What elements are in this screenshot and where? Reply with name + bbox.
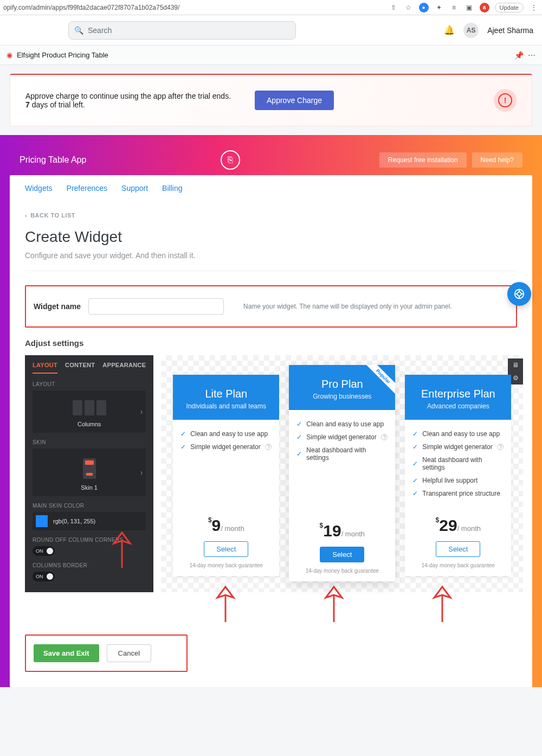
check-icon: ✓ bbox=[412, 460, 418, 467]
need-help-button[interactable]: Need help? bbox=[472, 152, 522, 168]
feature-item: ✓Simple widget generator? bbox=[412, 440, 504, 453]
shopify-header: 🔍 Search 🔔 AS Ajeet Sharma bbox=[0, 15, 542, 46]
select-plan-button[interactable]: Select bbox=[320, 547, 364, 562]
user-avatar[interactable]: AS bbox=[463, 23, 479, 38]
annotation-arrow bbox=[209, 581, 242, 625]
annotation-arrow bbox=[426, 581, 459, 625]
plan-sub: Individuals and small teams bbox=[178, 402, 274, 410]
panel-icon[interactable]: ▣ bbox=[464, 3, 474, 12]
plan-lite: Lite PlanIndividuals and small teams ✓Cl… bbox=[173, 375, 279, 576]
plan-enterprise: Enterprise PlanAdvanced companies ✓Clean… bbox=[405, 375, 511, 576]
help-chat-icon[interactable] bbox=[507, 282, 531, 306]
nav-tabs: Widgets Preferences Support Billing bbox=[10, 175, 532, 201]
guarantee-text: 14-day money back guarantee bbox=[289, 568, 395, 581]
bell-icon[interactable]: 🔔 bbox=[444, 25, 455, 35]
browser-update-button[interactable]: Update bbox=[495, 3, 524, 12]
plan-sub: Advanced companies bbox=[410, 402, 506, 410]
app-logo-icon: ◉ bbox=[7, 51, 12, 59]
skin-label: SKIN bbox=[33, 439, 146, 445]
tab-preferences[interactable]: Preferences bbox=[67, 184, 107, 193]
tab-widgets[interactable]: Widgets bbox=[25, 184, 53, 193]
guarantee-text: 14-day money back guarantee bbox=[173, 562, 279, 576]
color-label: MAIN SKIN COLOR bbox=[33, 503, 146, 509]
info-icon[interactable]: ? bbox=[381, 434, 388, 440]
pin-icon[interactable]: 📌 bbox=[514, 51, 524, 60]
round-corners-toggle[interactable]: ON bbox=[33, 546, 55, 556]
main-panel: Widgets Preferences Support Billing ‹BAC… bbox=[10, 175, 532, 687]
save-section: Save and Exit Cancel bbox=[25, 635, 188, 672]
hero-logo-icon: ⎘ bbox=[221, 150, 240, 170]
tab-support[interactable]: Support bbox=[121, 184, 148, 193]
sidebar-tab-layout[interactable]: LAYOUT bbox=[33, 362, 57, 374]
check-icon: ✓ bbox=[296, 450, 302, 458]
feature-item: ✓Simple widget generator? bbox=[296, 431, 388, 444]
skin-icon bbox=[83, 458, 96, 479]
annotation-arrow bbox=[106, 527, 138, 571]
editor: LAYOUT CONTENT APPEARANCE LAYOUT Columns… bbox=[25, 355, 517, 592]
page-subtitle: Configure and save your widget. And then… bbox=[25, 251, 517, 260]
select-plan-button[interactable]: Select bbox=[436, 541, 480, 557]
skin-option-label: Skin 1 bbox=[38, 484, 140, 491]
extension-icon[interactable]: ● bbox=[419, 3, 429, 12]
select-plan-button[interactable]: Select bbox=[204, 541, 248, 557]
layout-label: LAYOUT bbox=[33, 381, 146, 387]
feature-item: ✓Neat dashboard with settings bbox=[412, 453, 504, 474]
info-icon[interactable]: ? bbox=[265, 444, 272, 450]
desktop-icon[interactable]: 🖥 bbox=[508, 358, 523, 371]
page-title: Create Widget bbox=[25, 228, 517, 246]
alert-icon: ! bbox=[494, 89, 517, 112]
save-and-exit-button[interactable]: Save and Exit bbox=[34, 644, 99, 662]
widget-name-hint: Name your widget. The name will be displ… bbox=[243, 303, 452, 310]
plan-sub: Growing businesses bbox=[294, 393, 390, 400]
feature-item: ✓Clean and easy to use app bbox=[412, 427, 504, 440]
trial-notice: Approve charge to continue using the app… bbox=[10, 74, 532, 126]
check-icon: ✓ bbox=[412, 490, 418, 497]
columns-border-toggle[interactable]: ON bbox=[33, 572, 55, 581]
tab-billing[interactable]: Billing bbox=[162, 184, 182, 193]
divider bbox=[25, 271, 517, 271]
widget-name-section: Widget name Name your widget. The name w… bbox=[25, 285, 517, 328]
hero-title: Pricing Table App bbox=[20, 155, 86, 165]
sidebar-tab-appearance[interactable]: APPEARANCE bbox=[102, 362, 146, 374]
feature-item: ✓Clean and easy to use app bbox=[296, 418, 388, 431]
color-value: rgb(0, 131, 255) bbox=[53, 518, 95, 524]
url-text: opify.com/admin/apps/f99fda2dacae072f870… bbox=[3, 4, 179, 11]
playlist-icon[interactable]: ≡ bbox=[449, 3, 459, 12]
check-icon: ✓ bbox=[296, 420, 302, 428]
search-input[interactable]: 🔍 Search bbox=[68, 21, 296, 40]
more-icon[interactable]: ⋯ bbox=[528, 51, 535, 60]
check-icon: ✓ bbox=[296, 433, 302, 441]
chevron-left-icon: ‹ bbox=[25, 212, 27, 219]
check-icon: ✓ bbox=[412, 477, 418, 484]
check-icon: ✓ bbox=[180, 430, 186, 438]
widget-name-input[interactable] bbox=[88, 298, 224, 315]
approve-charge-button[interactable]: Approve Charge bbox=[255, 91, 334, 110]
adjust-settings-title: Adjust settings bbox=[25, 338, 517, 348]
sidebar-tab-content[interactable]: CONTENT bbox=[65, 362, 95, 374]
browser-toolbar-icons: ⇧ ☆ ● ✦ ≡ ▣ a Update ⋮ bbox=[389, 3, 539, 12]
puzzle-icon[interactable]: ✦ bbox=[434, 3, 444, 12]
layout-option-label: Columns bbox=[38, 421, 140, 427]
search-icon: 🔍 bbox=[74, 26, 83, 35]
user-name[interactable]: Ajeet Sharma bbox=[487, 26, 533, 35]
plan-price: $29/ month bbox=[405, 516, 511, 535]
share-icon[interactable]: ⇧ bbox=[389, 3, 398, 12]
check-icon: ✓ bbox=[412, 443, 418, 451]
request-install-button[interactable]: Request free installation bbox=[379, 152, 467, 168]
check-icon: ✓ bbox=[412, 430, 418, 438]
columns-icon bbox=[38, 400, 140, 415]
plan-price: $9/ month bbox=[173, 516, 279, 535]
info-icon[interactable]: ? bbox=[497, 444, 504, 450]
feature-item: ✓Transparent price structure bbox=[412, 487, 504, 500]
kebab-icon[interactable]: ⋮ bbox=[529, 3, 539, 12]
layout-option-card[interactable]: Columns › bbox=[33, 390, 146, 433]
plan-name: Enterprise Plan bbox=[410, 388, 506, 400]
bookmark-icon[interactable]: ☆ bbox=[404, 3, 414, 12]
cancel-button[interactable]: Cancel bbox=[107, 644, 151, 662]
skin-option-card[interactable]: Skin 1 › bbox=[33, 449, 146, 496]
svg-point-1 bbox=[517, 292, 521, 296]
settings-sidebar: LAYOUT CONTENT APPEARANCE LAYOUT Columns… bbox=[25, 355, 153, 592]
profile-avatar-icon[interactable]: a bbox=[480, 3, 489, 12]
back-to-list-link[interactable]: ‹BACK TO LIST bbox=[25, 212, 517, 219]
feature-item: ✓Neat dashboard with settings bbox=[296, 444, 388, 464]
